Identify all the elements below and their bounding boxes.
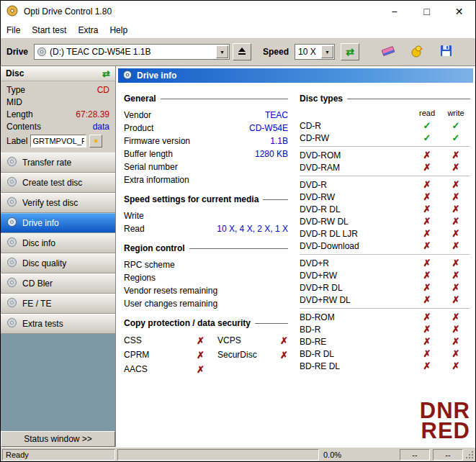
close-button[interactable]: ✕ bbox=[443, 1, 475, 22]
drive-info-left-column: General Vendor TEAC Product CD-W54E Firm… bbox=[118, 86, 291, 376]
drive-info-header: Drive info bbox=[118, 68, 473, 83]
write-support-mark: ✗ bbox=[441, 191, 470, 202]
menu-help[interactable]: Help bbox=[104, 22, 133, 38]
speed-label: Speed bbox=[263, 47, 289, 57]
disc-type-row: DVD-Download ✗ ✗ bbox=[300, 240, 470, 252]
drive-info-title: Drive info bbox=[137, 71, 176, 81]
sidebar-item-disc-quality[interactable]: Disc quality bbox=[1, 253, 115, 273]
info-label: Firmware version bbox=[124, 136, 190, 146]
menu-start-test[interactable]: Start test bbox=[26, 22, 72, 38]
divider bbox=[263, 199, 288, 200]
disc-icon bbox=[6, 297, 17, 310]
disc-icon bbox=[6, 217, 17, 230]
read-support-mark: ✗ bbox=[413, 204, 441, 214]
write-support-mark: ✗ bbox=[441, 270, 470, 281]
drive-select[interactable]: (D:) TEAC CD-W54E 1.1B ▼ bbox=[34, 44, 230, 60]
status-panel-2: -- bbox=[433, 449, 463, 461]
disc-type-label: DVD+R DL bbox=[300, 283, 413, 293]
field-label: Type bbox=[6, 85, 25, 95]
read-support-mark: ✗ bbox=[413, 361, 441, 371]
info-row-buffer: Buffer length 1280 KB bbox=[124, 148, 288, 160]
section-title-text: Copy protection / data security bbox=[124, 318, 251, 328]
read-support-mark: ✗ bbox=[413, 179, 441, 190]
disc-field-contents: Contents data bbox=[6, 120, 109, 132]
sidebar-item-verify-test-disc[interactable]: Verify test disc bbox=[1, 193, 115, 213]
eraser-icon bbox=[381, 45, 395, 60]
info-row-extra-info: Extra information bbox=[124, 173, 288, 186]
field-label: Length bbox=[6, 109, 33, 119]
refresh-disc-icon[interactable]: ⇄ bbox=[102, 68, 110, 79]
sidebar-item-cd-bler[interactable]: CD Bler bbox=[1, 273, 115, 294]
eject-button[interactable] bbox=[233, 43, 251, 60]
sidebar-item-transfer-rate[interactable]: Transfer rate bbox=[1, 153, 115, 173]
sidebar-item-fe-te[interactable]: FE / TE bbox=[1, 294, 115, 314]
info-row-serial: Serial number bbox=[124, 160, 288, 173]
content-area: Disc ⇄ Type CD MID Length 67:28.39 Conte… bbox=[1, 65, 475, 447]
menu-extra[interactable]: Extra bbox=[72, 22, 104, 38]
write-support-mark: ✗ bbox=[441, 240, 470, 251]
erase-disc-button[interactable] bbox=[378, 43, 398, 60]
disc-type-label: DVD+RW bbox=[300, 271, 413, 281]
disc-label-button[interactable]: ● bbox=[89, 135, 102, 148]
sidebar-item-label: Drive info bbox=[22, 218, 59, 228]
cp-row-css: CSS ✗ bbox=[124, 333, 205, 348]
disc-icon bbox=[6, 156, 17, 169]
write-support-mark: ✗ bbox=[441, 162, 470, 173]
divider bbox=[255, 323, 288, 324]
write-support-mark: ✗ bbox=[441, 336, 470, 347]
support-mark: ✗ bbox=[197, 364, 205, 375]
titlebar[interactable]: Opti Drive Control 1.80 − □ ✕ bbox=[1, 1, 475, 22]
sidebar-item-label: Transfer rate bbox=[22, 158, 71, 168]
sidebar-item-extra-tests[interactable]: Extra tests bbox=[1, 314, 115, 334]
maximize-button[interactable]: □ bbox=[410, 1, 443, 22]
disc-icon bbox=[6, 237, 17, 250]
read-support-mark: ✗ bbox=[413, 228, 441, 239]
disc-type-label: DVD-RW bbox=[300, 192, 413, 202]
refresh-speeds-button[interactable]: ⇄ bbox=[341, 43, 359, 60]
disc-types-column: Disc types read write CD-R ✓ ✓ bbox=[291, 86, 473, 376]
status-panel-text: -- bbox=[412, 450, 417, 459]
disc-type-row: DVD-RW DL ✗ ✗ bbox=[300, 215, 470, 227]
disc-type-label: DVD-Download bbox=[300, 241, 413, 251]
copy-protection-section-title: Copy protection / data security bbox=[124, 318, 288, 328]
field-value: 67:28.39 bbox=[76, 109, 109, 119]
sidebar: Disc ⇄ Type CD MID Length 67:28.39 Conte… bbox=[1, 66, 116, 447]
resize-grip[interactable] bbox=[465, 450, 474, 459]
cp-label: CSS bbox=[124, 335, 142, 345]
disc-panel-header: Disc ⇄ bbox=[1, 66, 115, 81]
status-panel-1: -- bbox=[400, 449, 430, 461]
support-mark: ✗ bbox=[197, 350, 205, 361]
minimize-button[interactable]: − bbox=[378, 1, 410, 22]
disc-type-label: BD-RE DL bbox=[300, 361, 413, 371]
disc-type-row: BD-RE DL ✗ ✗ bbox=[300, 360, 470, 372]
drive-icon bbox=[37, 47, 47, 57]
disc-type-row: DVD-R DL ✗ ✗ bbox=[300, 203, 470, 215]
sidebar-item-drive-info[interactable]: Drive info bbox=[1, 213, 115, 233]
info-row-user-changes: User changes remaining bbox=[124, 297, 288, 310]
section-title-text: Speed settings for current media bbox=[124, 194, 259, 204]
info-row-product: Product CD-W54E bbox=[124, 122, 288, 135]
disc-type-row: DVD+RW DL ✗ ✗ bbox=[300, 294, 470, 306]
write-support-mark: ✗ bbox=[441, 179, 470, 190]
write-column-header: write bbox=[441, 109, 470, 117]
info-label: User changes remaining bbox=[124, 299, 217, 309]
disc-label-input[interactable] bbox=[30, 135, 86, 148]
utility-button[interactable] bbox=[407, 43, 427, 60]
disc-type-label: BD-R DL bbox=[300, 349, 413, 359]
disc-type-label: DVD+R bbox=[300, 258, 413, 268]
menu-file[interactable]: File bbox=[1, 22, 26, 38]
read-support-mark: ✗ bbox=[413, 270, 441, 281]
disc-type-label: BD-R bbox=[300, 325, 413, 335]
sidebar-item-create-test-disc[interactable]: Create test disc bbox=[1, 173, 115, 193]
chevron-down-icon[interactable]: ▼ bbox=[216, 45, 228, 58]
sidebar-item-disc-info[interactable]: Disc info bbox=[1, 233, 115, 253]
disc-type-row: DVD+R ✗ ✗ bbox=[300, 257, 470, 269]
chevron-down-icon[interactable]: ▼ bbox=[321, 45, 333, 58]
write-support-mark: ✗ bbox=[441, 204, 470, 214]
read-support-mark: ✗ bbox=[413, 294, 441, 305]
save-button[interactable] bbox=[436, 43, 456, 60]
status-window-button[interactable]: Status window >> bbox=[1, 431, 115, 447]
speed-select[interactable]: 10 X ▼ bbox=[295, 44, 335, 60]
read-support-mark: ✗ bbox=[413, 348, 441, 359]
info-label: Regions bbox=[124, 273, 156, 283]
